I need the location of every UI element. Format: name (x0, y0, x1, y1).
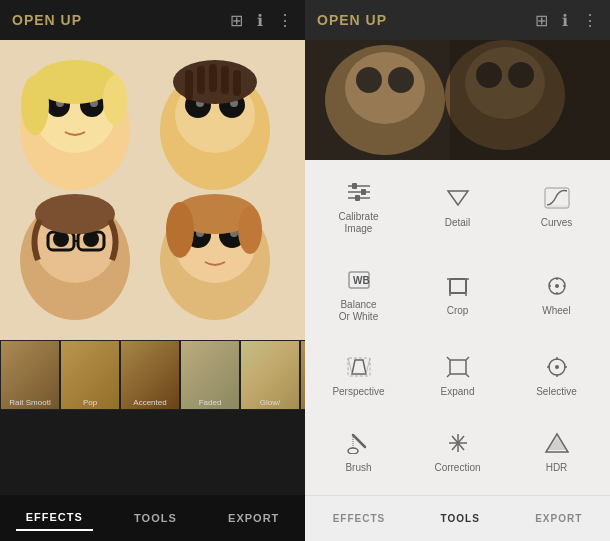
svg-line-79 (447, 357, 450, 360)
thumb-1[interactable]: Rait Smootl (0, 340, 60, 410)
svg-line-80 (466, 357, 469, 360)
svg-point-8 (21, 75, 49, 135)
right-image-svg (305, 40, 610, 160)
expand-tool[interactable]: Expand (408, 340, 507, 416)
curves-tool[interactable]: Curves (507, 164, 606, 252)
left-top-icons: ⊞ ℹ ⋮ (230, 11, 293, 30)
sliders-icon (346, 181, 372, 207)
thumb-4[interactable]: Faded (180, 340, 240, 410)
detail-tool[interactable]: Detail (408, 164, 507, 252)
correction-label: Correction (434, 462, 480, 474)
triangle-down-icon (445, 187, 471, 213)
info-icon[interactable]: ℹ (257, 11, 263, 30)
expand-label: Expand (441, 386, 475, 398)
svg-rect-54 (352, 183, 357, 189)
image-content (0, 40, 305, 340)
thumb-2[interactable]: Pop (60, 340, 120, 410)
svg-rect-18 (185, 70, 193, 100)
wheel-icon (544, 275, 570, 301)
svg-line-89 (353, 435, 365, 447)
right-effects-button[interactable]: EFFECTS (325, 507, 394, 530)
export-button[interactable]: EXPORT (218, 506, 289, 530)
right-preview (305, 40, 610, 160)
svg-point-38 (166, 202, 194, 258)
svg-line-82 (466, 374, 469, 377)
thumb-6-label: M (303, 398, 305, 407)
hdr-icon (544, 432, 570, 458)
right-panel: OPEN UP ⊞ ℹ ⋮ (305, 0, 610, 541)
calibrate-tool[interactable]: CalibrateImage (309, 164, 408, 252)
perspective-icon (346, 356, 372, 382)
svg-point-30 (35, 194, 115, 234)
right-info-icon[interactable]: ℹ (562, 11, 568, 30)
svg-point-43 (345, 52, 425, 124)
svg-rect-78 (450, 360, 466, 374)
thumb-6[interactable]: M (300, 340, 305, 410)
svg-rect-55 (361, 189, 366, 195)
svg-point-69 (555, 284, 559, 288)
right-preview-image (305, 40, 610, 160)
detail-label: Detail (445, 217, 471, 229)
hdr-tool[interactable]: HDR (507, 415, 606, 491)
layers-icon[interactable]: ⊞ (230, 11, 243, 30)
crop-label: Crop (447, 305, 469, 317)
perspective-tool[interactable]: Perspective (309, 340, 408, 416)
crop-tool[interactable]: Crop (408, 252, 507, 340)
svg-text:WB: WB (353, 275, 370, 286)
right-top-bar: OPEN UP ⊞ ℹ ⋮ (305, 0, 610, 40)
calibrate-label: CalibrateImage (338, 211, 378, 235)
svg-rect-63 (450, 279, 466, 293)
left-app-title: OPEN UP (12, 12, 82, 28)
svg-rect-22 (233, 70, 241, 96)
more-icon[interactable]: ⋮ (277, 11, 293, 30)
perspective-label: Perspective (332, 386, 384, 398)
svg-line-76 (348, 358, 352, 374)
wb-icon: WB (346, 269, 372, 295)
svg-point-39 (238, 206, 262, 254)
svg-line-81 (447, 374, 450, 377)
svg-point-84 (555, 365, 559, 369)
thumb-1-label: Rait Smootl (3, 398, 57, 407)
whitebalance-tool[interactable]: WB BalanceOr White (309, 252, 408, 340)
thumb-2-label: Pop (63, 398, 117, 407)
right-app-title: OPEN UP (317, 12, 387, 28)
effects-button[interactable]: Effects (16, 505, 93, 531)
right-more-icon[interactable]: ⋮ (582, 11, 598, 30)
correction-tool[interactable]: Correction (408, 415, 507, 491)
svg-rect-19 (197, 66, 205, 94)
right-bottom-toolbar: EFFECTS TOOLS EXPORT (305, 495, 610, 541)
thumbnail-strip: Rait Smootl Pop Accented Faded Glow/ M (0, 340, 305, 410)
thumb-5[interactable]: Glow/ (240, 340, 300, 410)
brush-icon (346, 432, 372, 458)
svg-rect-20 (209, 64, 217, 92)
svg-point-45 (388, 67, 414, 93)
right-tools-button[interactable]: TOOLS (433, 507, 488, 530)
left-panel: OPEN UP ⊞ ℹ ⋮ (0, 0, 305, 541)
right-export-button[interactable]: EXPORT (527, 507, 590, 530)
curves-icon (544, 187, 570, 213)
svg-rect-56 (355, 195, 360, 201)
tools-button[interactable]: TOOLS (124, 506, 187, 530)
hdr-label: HDR (546, 462, 568, 474)
selective-tool[interactable]: Selective (507, 340, 606, 416)
svg-rect-21 (221, 66, 229, 94)
svg-line-77 (366, 358, 370, 374)
svg-point-44 (356, 67, 382, 93)
wheel-label: Wheel (542, 305, 570, 317)
svg-rect-50 (450, 40, 610, 160)
right-layers-icon[interactable]: ⊞ (535, 11, 548, 30)
wheel-tool[interactable]: Wheel (507, 252, 606, 340)
svg-point-9 (103, 75, 127, 125)
main-image (0, 40, 305, 340)
selective-label: Selective (536, 386, 577, 398)
svg-marker-57 (448, 191, 468, 205)
curves-label: Curves (541, 217, 573, 229)
thumb-3[interactable]: Accented (120, 340, 180, 410)
whitebalance-label: BalanceOr White (339, 299, 378, 323)
selective-icon (544, 356, 570, 382)
thumb-5-label: Glow/ (243, 398, 297, 407)
brush-tool[interactable]: Brush (309, 415, 408, 491)
svg-point-90 (348, 448, 358, 454)
image-svg (0, 40, 305, 340)
right-top-icons: ⊞ ℹ ⋮ (535, 11, 598, 30)
